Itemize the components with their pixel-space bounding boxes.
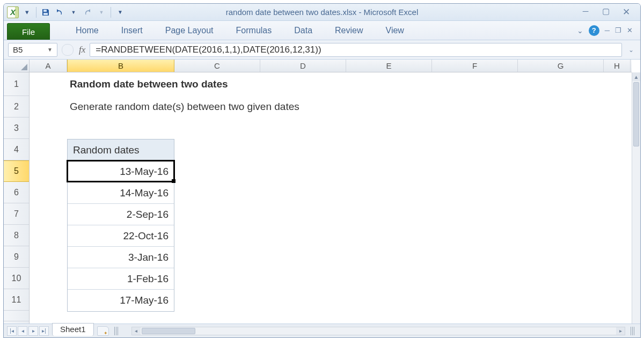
row-header-6[interactable]: 6 <box>4 182 29 203</box>
scroll-right-icon[interactable]: ▸ <box>616 327 625 335</box>
formula-input[interactable]: =RANDBETWEEN(DATE(2016,1,1),DATE(2016,12… <box>90 43 622 57</box>
sheet-nav-prev-icon[interactable]: ◂ <box>18 326 27 336</box>
excel-logo-icon[interactable]: X <box>7 6 19 18</box>
cell-B5[interactable]: 13-May-16 <box>68 161 174 182</box>
row-header-2[interactable]: 2 <box>4 96 29 117</box>
cell-B6[interactable]: 14-May-16 <box>68 182 174 204</box>
name-box[interactable]: B5 ▼ <box>8 43 57 57</box>
undo-dropdown-icon[interactable]: ▼ <box>68 6 79 18</box>
sheet-nav-last-icon[interactable]: ▸| <box>39 326 49 336</box>
scroll-up-icon[interactable]: ▲ <box>632 72 640 81</box>
tab-data[interactable]: Data <box>292 23 314 40</box>
svg-rect-0 <box>43 10 47 12</box>
cell-B1[interactable]: Random date between two dates <box>70 72 228 96</box>
formula-bar-buttons: fx <box>62 44 85 56</box>
column-headers: A B C D E F G H <box>4 60 632 72</box>
horizontal-scrollbar[interactable]: ◂ ▸ <box>131 327 625 335</box>
col-header-D[interactable]: D <box>260 60 346 72</box>
row-header-5[interactable]: 5 <box>4 160 29 182</box>
row-header-4[interactable]: 4 <box>4 139 29 160</box>
fx-icon[interactable]: fx <box>79 45 85 55</box>
title-bar: X ▾ ▼ ▼ ▼ random date between two dates.… <box>4 4 640 21</box>
tab-view[interactable]: View <box>384 23 406 40</box>
qat-separator-2 <box>111 7 111 18</box>
excel-window: X ▾ ▼ ▼ ▼ random date between two dates.… <box>3 3 641 338</box>
vscroll-thumb[interactable] <box>633 82 639 146</box>
col-header-E[interactable]: E <box>346 60 432 72</box>
redo-icon[interactable] <box>82 6 93 18</box>
vertical-scrollbar[interactable]: ▲ <box>632 72 640 324</box>
ribbon-right-controls: ⌄ ? ─ ❐ ✕ <box>577 21 640 40</box>
row-header-12[interactable] <box>4 311 29 321</box>
tab-home[interactable]: Home <box>74 23 101 40</box>
quick-access-toolbar: X ▾ ▼ ▼ ▼ <box>4 6 129 18</box>
redo-dropdown-icon[interactable]: ▼ <box>96 6 107 18</box>
save-icon[interactable] <box>40 6 52 18</box>
data-table: Random dates 13-May-16 14-May-16 2-Sep-1… <box>67 139 174 312</box>
minimize-button[interactable]: ─ <box>580 6 591 18</box>
svg-rect-1 <box>43 13 48 15</box>
maximize-button[interactable]: ▢ <box>601 6 611 18</box>
close-button[interactable]: ✕ <box>621 6 632 18</box>
tab-split-grip[interactable] <box>114 327 119 335</box>
tab-page-layout[interactable]: Page Layout <box>163 23 216 40</box>
row-header-7[interactable]: 7 <box>4 203 29 225</box>
formula-bar: B5 ▼ fx =RANDBETWEEN(DATE(2016,1,1),DATE… <box>4 40 640 60</box>
scroll-left-icon[interactable]: ◂ <box>132 327 141 335</box>
workbook-close-icon[interactable]: ✕ <box>627 26 633 34</box>
cells-area[interactable]: Random date between two dates Generate r… <box>30 72 632 324</box>
ribbon-tabs: Home Insert Page Layout Formulas Data Re… <box>52 21 406 40</box>
name-box-dropdown-icon[interactable]: ▼ <box>47 47 53 53</box>
col-header-C[interactable]: C <box>174 60 260 72</box>
new-sheet-icon[interactable] <box>97 326 109 336</box>
tab-formulas[interactable]: Formulas <box>234 23 274 40</box>
workbook-minimize-icon[interactable]: ─ <box>605 26 610 34</box>
cell-B11[interactable]: 17-May-16 <box>68 290 174 311</box>
name-box-value: B5 <box>13 45 23 54</box>
file-tab[interactable]: File <box>7 23 50 40</box>
undo-icon[interactable] <box>54 6 65 18</box>
col-header-H[interactable]: H <box>604 60 631 72</box>
row-header-9[interactable]: 9 <box>4 246 29 268</box>
expand-formula-bar-icon[interactable]: ⌄ <box>626 46 636 54</box>
cell-B8[interactable]: 22-Oct-16 <box>68 225 174 247</box>
row-header-10[interactable]: 10 <box>4 268 29 289</box>
cell-B7[interactable]: 2-Sep-16 <box>68 204 174 225</box>
row-header-1[interactable]: 1 <box>4 72 29 96</box>
col-header-F[interactable]: F <box>432 60 518 72</box>
cancel-formula-icon[interactable] <box>62 44 74 56</box>
ribbon-minimize-icon[interactable]: ⌄ <box>577 26 583 35</box>
col-header-A[interactable]: A <box>30 60 67 72</box>
col-header-B[interactable]: B <box>67 60 174 72</box>
window-controls: ─ ▢ ✕ <box>580 6 640 18</box>
worksheet-grid[interactable]: A B C D E F G H 1 2 3 4 5 6 7 8 9 10 11 … <box>4 60 640 324</box>
sheet-nav-first-icon[interactable]: |◂ <box>7 326 17 336</box>
sheet-nav: |◂ ◂ ▸ ▸| <box>7 326 49 336</box>
hscroll-split-grip[interactable] <box>631 327 635 335</box>
qat-separator <box>36 7 36 18</box>
sheet-nav-next-icon[interactable]: ▸ <box>28 326 38 336</box>
row-header-11[interactable]: 11 <box>4 289 29 311</box>
row-headers: 1 2 3 4 5 6 7 8 9 10 11 <box>4 72 30 324</box>
qat-dropdown-icon[interactable]: ▾ <box>21 6 33 18</box>
tab-insert[interactable]: Insert <box>119 23 145 40</box>
workbook-restore-icon[interactable]: ❐ <box>615 26 621 34</box>
help-icon[interactable]: ? <box>589 25 599 36</box>
cell-B2[interactable]: Generate random date(s) between two give… <box>70 96 299 117</box>
ribbon: File Home Insert Page Layout Formulas Da… <box>4 21 640 40</box>
tab-review[interactable]: Review <box>333 23 365 40</box>
formula-text: =RANDBETWEEN(DATE(2016,1,1),DATE(2016,12… <box>96 45 321 55</box>
row-header-8[interactable]: 8 <box>4 225 29 246</box>
col-header-G[interactable]: G <box>518 60 604 72</box>
customize-qat-icon[interactable]: ▼ <box>114 6 126 18</box>
select-all-corner[interactable] <box>4 60 30 72</box>
hscroll-thumb[interactable] <box>142 328 195 334</box>
sheet-tab-bar: |◂ ◂ ▸ ▸| Sheet1 ◂ ▸ <box>4 324 640 337</box>
row-header-3[interactable]: 3 <box>4 117 29 139</box>
cell-B9[interactable]: 3-Jan-16 <box>68 247 174 268</box>
cell-B4[interactable]: Random dates <box>68 139 174 161</box>
cell-B10[interactable]: 1-Feb-16 <box>68 268 174 290</box>
sheet-tab-sheet1[interactable]: Sheet1 <box>52 323 94 336</box>
